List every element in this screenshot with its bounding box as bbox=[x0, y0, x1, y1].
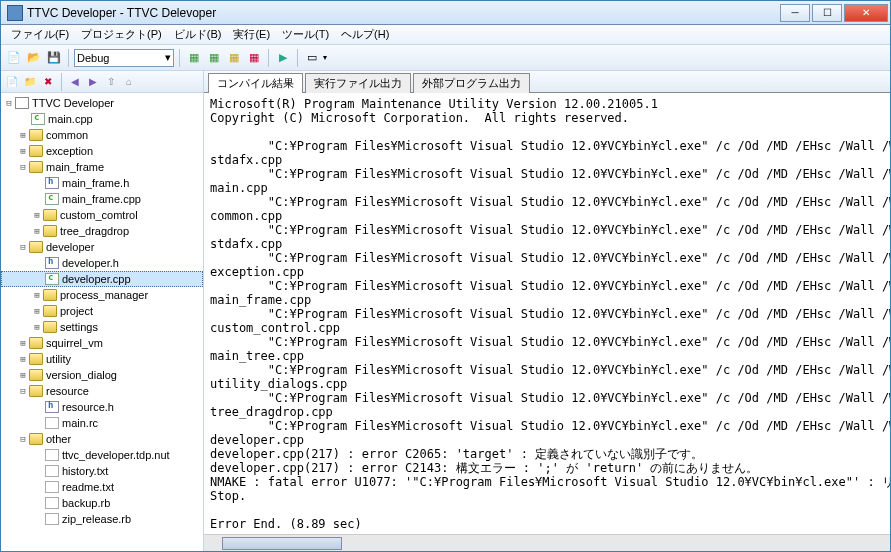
save-icon[interactable]: 💾 bbox=[45, 49, 63, 67]
tree-right-icon[interactable]: ▶ bbox=[85, 74, 101, 90]
tree-folder[interactable]: ⊞squirrel_vm bbox=[1, 335, 203, 351]
grid1-icon[interactable]: ▦ bbox=[185, 49, 203, 67]
menu-help[interactable]: ヘルプ(H) bbox=[335, 25, 395, 44]
tree-folder[interactable]: ⊟developer bbox=[1, 239, 203, 255]
output-text[interactable]: Microsoft(R) Program Maintenance Utility… bbox=[204, 93, 890, 534]
tree-up-icon[interactable]: ⇧ bbox=[103, 74, 119, 90]
tree-folder[interactable]: ⊟other bbox=[1, 431, 203, 447]
tab-external-output[interactable]: 外部プログラム出力 bbox=[413, 73, 530, 93]
tree-folder[interactable]: ⊞project bbox=[1, 303, 203, 319]
chevron-down-icon: ▾ bbox=[165, 51, 171, 64]
tab-compile-result[interactable]: コンパイル結果 bbox=[208, 73, 303, 93]
tree-folder-icon[interactable]: 📁 bbox=[22, 74, 38, 90]
run-icon[interactable]: ▶ bbox=[274, 49, 292, 67]
minimize-button[interactable]: ─ bbox=[780, 4, 810, 22]
new-file-icon[interactable]: 📄 bbox=[5, 49, 23, 67]
scrollbar-thumb[interactable] bbox=[222, 537, 342, 550]
tree-home-icon[interactable]: ⌂ bbox=[121, 74, 137, 90]
tree-folder[interactable]: ⊞common bbox=[1, 127, 203, 143]
tab-exe-output[interactable]: 実行ファイル出力 bbox=[305, 73, 411, 93]
menu-run[interactable]: 実行(E) bbox=[227, 25, 276, 44]
project-tree[interactable]: ⊟TTVC Developer main.cpp ⊞common ⊞except… bbox=[1, 93, 203, 551]
grid4-icon[interactable]: ▦ bbox=[245, 49, 263, 67]
tree-folder[interactable]: ⊟main_frame bbox=[1, 159, 203, 175]
open-folder-icon[interactable]: 📂 bbox=[25, 49, 43, 67]
maximize-button[interactable]: ☐ bbox=[812, 4, 842, 22]
grid3-icon[interactable]: ▦ bbox=[225, 49, 243, 67]
tree-file[interactable]: history.txt bbox=[1, 463, 203, 479]
tree-file[interactable]: main.rc bbox=[1, 415, 203, 431]
titlebar[interactable]: TTVC Developer - TTVC Delevoper ─ ☐ ✕ bbox=[1, 1, 890, 25]
window-icon[interactable]: ▭ bbox=[303, 49, 321, 67]
tree-folder[interactable]: ⊞version_dialog bbox=[1, 367, 203, 383]
close-button[interactable]: ✕ bbox=[844, 4, 888, 22]
main-toolbar: 📄 📂 💾 Debug▾ ▦ ▦ ▦ ▦ ▶ ▭ ▾ bbox=[1, 45, 890, 71]
config-combo[interactable]: Debug▾ bbox=[74, 49, 174, 67]
tree-folder[interactable]: ⊞tree_dragdrop bbox=[1, 223, 203, 239]
menu-project[interactable]: プロジェクト(P) bbox=[75, 25, 168, 44]
tree-file[interactable]: readme.txt bbox=[1, 479, 203, 495]
tree-left-icon[interactable]: ◀ bbox=[67, 74, 83, 90]
horizontal-scrollbar[interactable] bbox=[204, 534, 890, 551]
tree-root[interactable]: ⊟TTVC Developer bbox=[1, 95, 203, 111]
project-tree-pane: 📄 📁 ✖ ◀ ▶ ⇧ ⌂ ⊟TTVC Developer main.cpp ⊞… bbox=[1, 71, 204, 551]
tree-folder[interactable]: ⊞utility bbox=[1, 351, 203, 367]
tree-file[interactable]: developer.h bbox=[1, 255, 203, 271]
menu-build[interactable]: ビルド(B) bbox=[168, 25, 228, 44]
tree-new-icon[interactable]: 📄 bbox=[4, 74, 20, 90]
tree-file-selected[interactable]: developer.cpp bbox=[1, 271, 203, 287]
tree-folder[interactable]: ⊞settings bbox=[1, 319, 203, 335]
menu-file[interactable]: ファイル(F) bbox=[5, 25, 75, 44]
grid2-icon[interactable]: ▦ bbox=[205, 49, 223, 67]
tree-folder[interactable]: ⊞process_manager bbox=[1, 287, 203, 303]
output-tabs: コンパイル結果 実行ファイル出力 外部プログラム出力 bbox=[204, 71, 890, 93]
tree-file[interactable]: resource.h bbox=[1, 399, 203, 415]
menubar: ファイル(F) プロジェクト(P) ビルド(B) 実行(E) ツール(T) ヘル… bbox=[1, 25, 890, 45]
tree-file[interactable]: main_frame.cpp bbox=[1, 191, 203, 207]
app-icon bbox=[7, 5, 23, 21]
menu-tools[interactable]: ツール(T) bbox=[276, 25, 335, 44]
tree-folder[interactable]: ⊞exception bbox=[1, 143, 203, 159]
tree-file[interactable]: zip_release.rb bbox=[1, 511, 203, 527]
tree-file[interactable]: ttvc_developer.tdp.nut bbox=[1, 447, 203, 463]
tree-toolbar: 📄 📁 ✖ ◀ ▶ ⇧ ⌂ bbox=[1, 71, 203, 93]
tree-folder[interactable]: ⊞custom_comtrol bbox=[1, 207, 203, 223]
chevron-down-icon[interactable]: ▾ bbox=[323, 53, 327, 62]
tree-file[interactable]: main_frame.h bbox=[1, 175, 203, 191]
tree-file[interactable]: main.cpp bbox=[1, 111, 203, 127]
tree-folder[interactable]: ⊟resource bbox=[1, 383, 203, 399]
tree-file[interactable]: backup.rb bbox=[1, 495, 203, 511]
output-pane: コンパイル結果 実行ファイル出力 外部プログラム出力 Microsoft(R) … bbox=[204, 71, 890, 551]
window-title: TTVC Developer - TTVC Delevoper bbox=[27, 6, 780, 20]
tree-delete-icon[interactable]: ✖ bbox=[40, 74, 56, 90]
